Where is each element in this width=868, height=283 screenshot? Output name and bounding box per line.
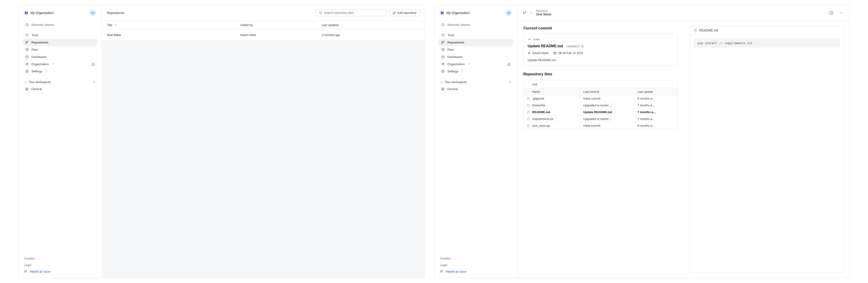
workspace-label: General	[31, 87, 41, 91]
file-icon	[527, 111, 530, 114]
nav-label: Repositories	[31, 41, 49, 44]
footer-report-issue[interactable]: Report an issue	[439, 268, 513, 275]
file-row[interactable]: requirements.txtUpgraded to numer…7 mont…	[524, 116, 678, 122]
table-row[interactable]: Sine Wave David Arbirk 2 minutes ago	[102, 29, 425, 41]
more-menu-button[interactable]	[838, 9, 845, 16]
file-row[interactable]: sine_wave.pyInitial commit8 months a…	[524, 122, 678, 129]
footer-cookies[interactable]: Cookies	[439, 255, 513, 262]
col-header-title[interactable]: Title	[107, 23, 240, 27]
calendar-icon	[25, 55, 29, 59]
flag-icon	[440, 270, 443, 273]
add-workspace-button[interactable]	[508, 81, 512, 84]
file-row[interactable]: DockerfileUpgraded to numer…7 months a…	[524, 102, 678, 109]
search-input[interactable]	[324, 11, 383, 15]
footer-cookies[interactable]: Cookies	[23, 255, 97, 262]
files-col-commit[interactable]: Last commit	[583, 90, 638, 93]
file-icon	[527, 97, 530, 100]
sidebar: My Organization DA Recently viewed Tools…	[434, 5, 518, 278]
avatar[interactable]: DA	[505, 10, 512, 16]
readme-header: README.md	[690, 26, 844, 35]
commit-meta: David Arbirk 09:18 Feb 13 2023	[528, 51, 674, 55]
branch-icon[interactable]	[523, 11, 526, 15]
org-name[interactable]: My Organization	[31, 11, 87, 15]
svg-rect-6	[26, 56, 28, 58]
calendar-icon	[441, 55, 445, 59]
workspace-general[interactable]: General	[23, 86, 97, 92]
detail-body: Current commit main Update README.md ceb…	[518, 21, 850, 278]
file-icon	[527, 124, 530, 128]
nav-label: Recently viewed	[447, 23, 469, 26]
files-col-update[interactable]: Last update	[638, 90, 675, 93]
col-header-updated[interactable]: Last updated	[322, 23, 420, 27]
archive-icon	[441, 48, 445, 51]
branch-icon	[441, 40, 445, 44]
app-repo-detail: My Organization DA Recently viewed Tools…	[434, 4, 850, 278]
clock-icon	[25, 23, 29, 26]
footer-report-issue[interactable]: Report an issue	[23, 268, 97, 275]
cell-title: Sine Wave	[107, 33, 240, 37]
file-last-commit: Upgraded to numer…	[583, 117, 638, 120]
nav-files[interactable]: Files	[23, 46, 97, 53]
nav-recently-viewed[interactable]: Recently viewed	[23, 21, 97, 28]
workspaces-header[interactable]: Your workspaces	[23, 75, 97, 86]
nav-repositories[interactable]: Repositories	[439, 39, 513, 46]
panel-toggle-button[interactable]	[828, 9, 835, 16]
commit-branch[interactable]: main	[528, 37, 674, 41]
file-last-update: 7 months a…	[638, 117, 675, 120]
add-repository-label: Add repository	[398, 11, 416, 15]
avatar[interactable]: DA	[90, 10, 96, 16]
files-root[interactable]: root	[524, 80, 678, 88]
org-logo-icon	[440, 11, 444, 15]
file-icon	[527, 117, 530, 120]
svg-point-23	[524, 13, 524, 14]
org-name[interactable]: My Organization	[446, 11, 503, 15]
commit-title: Update README.md	[528, 44, 563, 48]
nav-tools[interactable]: Tools	[23, 31, 97, 39]
nav-dashboard[interactable]: Dashboard	[439, 53, 513, 60]
file-row[interactable]: .gitignoreInitial commit8 months a…	[524, 95, 678, 102]
workspace-general[interactable]: General	[439, 86, 513, 92]
nav-settings[interactable]: Settings	[439, 68, 513, 75]
nav-repositories[interactable]: Repositories	[23, 39, 97, 46]
col-header-addedby[interactable]: Added by	[240, 23, 322, 27]
nav-tools[interactable]: Tools	[439, 31, 513, 39]
nav-dashboard[interactable]: Dashboard	[23, 53, 97, 60]
nav-organization[interactable]: Organization	[23, 60, 97, 68]
commit-hash[interactable]: ceb40b23	[567, 45, 584, 48]
file-last-update: 8 months a…	[638, 97, 675, 100]
breadcrumb[interactable]: Repository Sine Wave	[536, 9, 551, 16]
nav-recently-viewed[interactable]: Recently viewed	[439, 21, 513, 28]
nav-settings[interactable]: Settings	[23, 68, 97, 75]
copy-icon[interactable]	[581, 45, 584, 48]
user-icon	[528, 52, 531, 55]
readme-card: README.md pip install -r requirements.tx…	[690, 26, 844, 273]
nav-organization[interactable]: Organization	[439, 60, 513, 68]
cell-addedby: David Arbirk	[240, 33, 322, 37]
svg-point-9	[26, 71, 27, 72]
file-last-commit: Upgraded to numer…	[583, 104, 638, 107]
chevron-right-icon	[467, 63, 470, 65]
nav-label: Organization	[447, 62, 465, 66]
svg-point-14	[443, 41, 444, 42]
sidebar-footer: Cookies Legal Report an issue	[439, 251, 513, 275]
svg-rect-24	[830, 11, 833, 14]
archive-icon	[25, 48, 29, 51]
footer-legal[interactable]: Legal	[23, 262, 97, 268]
svg-point-8	[27, 63, 28, 63]
nav-files[interactable]: Files	[439, 46, 513, 53]
file-row[interactable]: README.mdUpdate README.md7 months a…	[524, 109, 678, 116]
svg-rect-17	[442, 56, 444, 58]
svg-point-20	[442, 71, 443, 72]
add-repository-button[interactable]: Add repository	[389, 9, 420, 16]
commit-datetime: 09:18 Feb 13 2023	[553, 51, 583, 55]
users-icon	[441, 62, 445, 66]
workspaces-header[interactable]: Your workspaces	[439, 75, 513, 86]
svg-point-2	[26, 41, 26, 42]
files-col-name[interactable]: Name	[527, 90, 583, 93]
footer-legal[interactable]: Legal	[439, 262, 513, 268]
add-workspace-button[interactable]	[93, 81, 96, 84]
warning-icon	[91, 62, 95, 66]
table-body: Sine Wave David Arbirk 2 minutes ago	[102, 29, 425, 278]
search-input-wrap[interactable]	[316, 9, 386, 16]
svg-point-28	[529, 39, 530, 40]
